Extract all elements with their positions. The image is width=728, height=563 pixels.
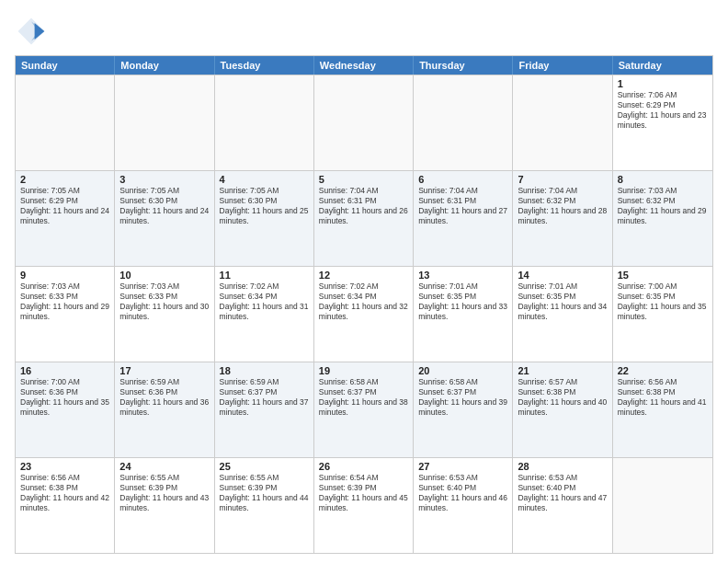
day-info: Sunrise: 7:03 AM Sunset: 6:32 PM Dayligh… <box>618 186 708 226</box>
day-info: Sunrise: 6:58 AM Sunset: 6:37 PM Dayligh… <box>418 377 507 418</box>
logo-icon <box>15 15 48 48</box>
calendar-body: 1Sunrise: 7:06 AM Sunset: 6:29 PM Daylig… <box>16 75 712 553</box>
calendar-cell <box>115 75 214 170</box>
day-info: Sunrise: 7:02 AM Sunset: 6:34 PM Dayligh… <box>319 282 408 322</box>
header-day: Friday <box>513 56 612 75</box>
day-info: Sunrise: 7:05 AM Sunset: 6:30 PM Dayligh… <box>220 186 309 226</box>
calendar-cell: 21Sunrise: 6:57 AM Sunset: 6:38 PM Dayli… <box>513 362 612 457</box>
day-info: Sunrise: 7:05 AM Sunset: 6:30 PM Dayligh… <box>119 186 209 226</box>
calendar-cell: 10Sunrise: 7:03 AM Sunset: 6:33 PM Dayli… <box>115 267 214 362</box>
calendar-header: SundayMondayTuesdayWednesdayThursdayFrid… <box>16 56 712 75</box>
day-number: 5 <box>319 174 408 185</box>
day-number: 20 <box>418 365 507 376</box>
day-number: 21 <box>518 365 607 376</box>
calendar-cell: 11Sunrise: 7:02 AM Sunset: 6:34 PM Dayli… <box>215 267 314 362</box>
day-info: Sunrise: 6:56 AM Sunset: 6:38 PM Dayligh… <box>20 473 109 513</box>
day-number: 12 <box>319 270 408 281</box>
calendar-cell: 5Sunrise: 7:04 AM Sunset: 6:31 PM Daylig… <box>314 171 414 266</box>
header-day: Tuesday <box>215 56 314 75</box>
calendar-cell: 19Sunrise: 6:58 AM Sunset: 6:37 PM Dayli… <box>314 362 414 457</box>
day-number: 25 <box>220 461 309 472</box>
day-number: 13 <box>418 270 507 281</box>
header-day: Saturday <box>613 56 712 75</box>
calendar-cell: 24Sunrise: 6:55 AM Sunset: 6:39 PM Dayli… <box>115 458 214 553</box>
day-info: Sunrise: 7:01 AM Sunset: 6:35 PM Dayligh… <box>418 282 507 322</box>
day-info: Sunrise: 7:00 AM Sunset: 6:35 PM Dayligh… <box>618 282 708 322</box>
calendar-cell: 3Sunrise: 7:05 AM Sunset: 6:30 PM Daylig… <box>115 171 214 266</box>
day-info: Sunrise: 7:04 AM Sunset: 6:31 PM Dayligh… <box>418 186 507 226</box>
day-info: Sunrise: 7:05 AM Sunset: 6:29 PM Dayligh… <box>20 186 109 226</box>
day-info: Sunrise: 6:55 AM Sunset: 6:39 PM Dayligh… <box>119 473 209 513</box>
day-number: 15 <box>618 270 708 281</box>
calendar-cell: 14Sunrise: 7:01 AM Sunset: 6:35 PM Dayli… <box>513 267 612 362</box>
day-info: Sunrise: 6:56 AM Sunset: 6:38 PM Dayligh… <box>618 377 708 418</box>
calendar-cell: 8Sunrise: 7:03 AM Sunset: 6:32 PM Daylig… <box>613 171 712 266</box>
page: SundayMondayTuesdayWednesdayThursdayFrid… <box>0 0 728 563</box>
calendar-cell: 20Sunrise: 6:58 AM Sunset: 6:37 PM Dayli… <box>414 362 513 457</box>
day-info: Sunrise: 7:01 AM Sunset: 6:35 PM Dayligh… <box>518 282 607 322</box>
day-number: 17 <box>119 365 209 376</box>
calendar-cell: 23Sunrise: 6:56 AM Sunset: 6:38 PM Dayli… <box>16 458 115 553</box>
day-info: Sunrise: 6:58 AM Sunset: 6:37 PM Dayligh… <box>319 377 408 418</box>
calendar-cell: 17Sunrise: 6:59 AM Sunset: 6:36 PM Dayli… <box>115 362 214 457</box>
header <box>15 15 713 48</box>
header-day: Monday <box>115 56 214 75</box>
day-info: Sunrise: 6:54 AM Sunset: 6:39 PM Dayligh… <box>319 473 408 513</box>
day-number: 28 <box>518 461 607 472</box>
calendar-cell: 1Sunrise: 7:06 AM Sunset: 6:29 PM Daylig… <box>613 75 712 170</box>
svg-marker-2 <box>35 23 45 40</box>
day-number: 6 <box>418 174 507 185</box>
calendar-cell: 4Sunrise: 7:05 AM Sunset: 6:30 PM Daylig… <box>215 171 314 266</box>
calendar-cell: 2Sunrise: 7:05 AM Sunset: 6:29 PM Daylig… <box>16 171 115 266</box>
day-info: Sunrise: 7:02 AM Sunset: 6:34 PM Dayligh… <box>220 282 309 322</box>
day-number: 2 <box>20 174 109 185</box>
day-info: Sunrise: 6:59 AM Sunset: 6:36 PM Dayligh… <box>119 377 209 418</box>
calendar-cell <box>314 75 414 170</box>
calendar-cell <box>215 75 314 170</box>
calendar-row: 16Sunrise: 7:00 AM Sunset: 6:36 PM Dayli… <box>16 362 712 457</box>
day-number: 4 <box>220 174 309 185</box>
day-number: 14 <box>518 270 607 281</box>
day-info: Sunrise: 7:00 AM Sunset: 6:36 PM Dayligh… <box>20 377 109 418</box>
day-info: Sunrise: 7:03 AM Sunset: 6:33 PM Dayligh… <box>119 282 209 322</box>
calendar-cell: 22Sunrise: 6:56 AM Sunset: 6:38 PM Dayli… <box>613 362 712 457</box>
day-number: 26 <box>319 461 408 472</box>
day-info: Sunrise: 7:06 AM Sunset: 6:29 PM Dayligh… <box>618 90 708 131</box>
day-number: 16 <box>20 365 109 376</box>
calendar-cell: 26Sunrise: 6:54 AM Sunset: 6:39 PM Dayli… <box>314 458 414 553</box>
calendar-row: 1Sunrise: 7:06 AM Sunset: 6:29 PM Daylig… <box>16 75 712 170</box>
calendar-cell: 13Sunrise: 7:01 AM Sunset: 6:35 PM Dayli… <box>414 267 513 362</box>
day-number: 9 <box>20 270 109 281</box>
header-day: Wednesday <box>314 56 414 75</box>
calendar-row: 9Sunrise: 7:03 AM Sunset: 6:33 PM Daylig… <box>16 266 712 362</box>
day-info: Sunrise: 7:04 AM Sunset: 6:32 PM Dayligh… <box>518 186 607 226</box>
day-number: 1 <box>618 78 708 89</box>
calendar-cell <box>16 75 115 170</box>
calendar-cell: 15Sunrise: 7:00 AM Sunset: 6:35 PM Dayli… <box>613 267 712 362</box>
calendar-row: 2Sunrise: 7:05 AM Sunset: 6:29 PM Daylig… <box>16 170 712 266</box>
calendar-cell: 6Sunrise: 7:04 AM Sunset: 6:31 PM Daylig… <box>414 171 513 266</box>
day-number: 27 <box>418 461 507 472</box>
day-number: 7 <box>518 174 607 185</box>
day-info: Sunrise: 7:03 AM Sunset: 6:33 PM Dayligh… <box>20 282 109 322</box>
day-info: Sunrise: 6:57 AM Sunset: 6:38 PM Dayligh… <box>518 377 607 418</box>
logo <box>15 15 51 48</box>
calendar-cell <box>513 75 612 170</box>
day-info: Sunrise: 6:59 AM Sunset: 6:37 PM Dayligh… <box>220 377 309 418</box>
day-number: 23 <box>20 461 109 472</box>
day-number: 19 <box>319 365 408 376</box>
calendar-cell: 12Sunrise: 7:02 AM Sunset: 6:34 PM Dayli… <box>314 267 414 362</box>
day-number: 3 <box>119 174 209 185</box>
calendar-cell: 25Sunrise: 6:55 AM Sunset: 6:39 PM Dayli… <box>215 458 314 553</box>
calendar-cell <box>613 458 712 553</box>
day-info: Sunrise: 6:53 AM Sunset: 6:40 PM Dayligh… <box>418 473 507 513</box>
day-number: 22 <box>618 365 708 376</box>
calendar-row: 23Sunrise: 6:56 AM Sunset: 6:38 PM Dayli… <box>16 457 712 553</box>
header-day: Thursday <box>414 56 513 75</box>
day-info: Sunrise: 6:53 AM Sunset: 6:40 PM Dayligh… <box>518 473 607 513</box>
calendar-cell: 9Sunrise: 7:03 AM Sunset: 6:33 PM Daylig… <box>16 267 115 362</box>
calendar-cell: 27Sunrise: 6:53 AM Sunset: 6:40 PM Dayli… <box>414 458 513 553</box>
calendar-cell: 18Sunrise: 6:59 AM Sunset: 6:37 PM Dayli… <box>215 362 314 457</box>
day-info: Sunrise: 6:55 AM Sunset: 6:39 PM Dayligh… <box>220 473 309 513</box>
header-day: Sunday <box>16 56 115 75</box>
